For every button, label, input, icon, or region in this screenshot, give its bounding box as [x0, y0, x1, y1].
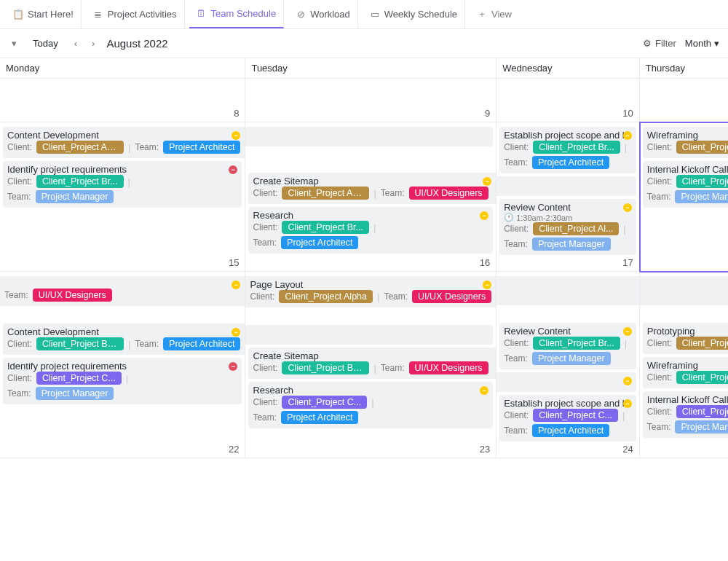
client-pill: Client_Project Br...: [282, 221, 369, 234]
expand-icon[interactable]: ▾: [9, 35, 20, 52]
event-card-continuation[interactable]: [245, 127, 493, 146]
event-card[interactable]: − Internal Kickoff Call Client:Client_Pr…: [643, 391, 728, 438]
team-label: Team:: [381, 188, 405, 198]
day-number: 16: [480, 257, 490, 268]
event-title: Content Development: [7, 326, 240, 337]
event-card[interactable]: − Review Content Client:Client_Project B…: [499, 323, 636, 369]
day-cell[interactable]: − Create Sitemap Client:Client_Project A…: [245, 122, 496, 272]
day-number: 15: [229, 257, 239, 268]
team-label: Team:: [504, 353, 528, 364]
tab-weekly-schedule[interactable]: ▭Weekly Schedule: [363, 0, 465, 28]
client-label: Client:: [250, 291, 274, 302]
team-label: Team:: [4, 290, 28, 300]
day-cell[interactable]: − Establish project scope and lin Client…: [496, 122, 640, 272]
tab-project-activities[interactable]: ≣Project Activities: [86, 0, 185, 28]
event-card-continuation[interactable]: [496, 276, 639, 305]
day-cell[interactable]: − Team:UI/UX Designers − Content Develop…: [0, 272, 245, 458]
team-label: Team:: [381, 363, 405, 373]
tab-team-schedule[interactable]: 🗓Team Schedule: [189, 0, 285, 28]
tab-label: Start Here!: [28, 9, 74, 20]
event-card[interactable]: Wireframing Client:Client_Project Alpha|…: [643, 127, 728, 158]
team-pill: Project Manager: [675, 420, 728, 434]
client-pill: Client_Project Al...: [533, 222, 619, 235]
event-card[interactable]: Prototyping Client:Client_Project Alpha|…: [643, 323, 728, 354]
team-label: Team:: [7, 192, 31, 202]
client-pill: Client_Project Bravo: [676, 371, 728, 384]
day-cell[interactable]: 8: [0, 79, 245, 122]
client-pill: Client_Project Bravo: [36, 337, 124, 350]
event-card[interactable]: − Internal Kickoff Call Client:Client_Pr…: [643, 161, 728, 208]
team-label: Team:: [504, 157, 528, 168]
month-label: August 2022: [106, 37, 167, 50]
event-card[interactable]: Create Sitemap Client:Client_Project Bra…: [248, 348, 496, 379]
prev-month-button[interactable]: ‹: [71, 35, 80, 52]
day-cell[interactable]: 11: [640, 79, 728, 122]
client-label: Client:: [647, 372, 672, 382]
event-title: Review Content: [504, 202, 632, 213]
day-cell[interactable]: − Review Content Client:Client_Project B…: [496, 272, 640, 458]
day-cell[interactable]: 10: [496, 79, 640, 122]
event-card-continuation[interactable]: [640, 276, 728, 305]
event-card-continuation[interactable]: −: [496, 372, 636, 392]
event-title: Identify project requirements: [7, 361, 237, 372]
client-label: Client:: [504, 338, 529, 348]
client-label: Client:: [7, 142, 32, 152]
event-card[interactable]: − Page Layout Client:Client_Project Alph…: [245, 276, 496, 307]
event-card[interactable]: − Content Development Client:Client_Proj…: [3, 323, 245, 355]
event-card[interactable]: − Establish project scope and lin Client…: [499, 395, 636, 442]
event-card[interactable]: − Identify project requirements Client:C…: [3, 161, 242, 208]
day-number: 8: [234, 108, 239, 119]
event-card[interactable]: − Content Development Client:Client_Proj…: [3, 127, 245, 158]
event-card[interactable]: − Identify project requirements Client:C…: [3, 358, 242, 404]
event-card[interactable]: − Research Client:Client_Project C...| T…: [248, 382, 493, 428]
today-button[interactable]: Today: [28, 35, 63, 52]
event-card[interactable]: − Create Sitemap Client:Client_Project A…: [248, 173, 496, 204]
day-cell[interactable]: − Page Layout Client:Client_Project Alph…: [245, 272, 496, 458]
next-month-button[interactable]: ›: [89, 35, 98, 52]
team-pill: Project Architect: [281, 411, 358, 424]
calendar-grid: Monday Tuesday Wednesday Thursday Friday…: [0, 58, 728, 458]
day-number: 9: [485, 108, 490, 119]
team-label: Team:: [647, 422, 671, 432]
event-title: Research: [253, 210, 488, 221]
chevron-down-icon: ▾: [714, 38, 719, 49]
client-pill: Client_Project C...: [36, 372, 122, 385]
day-cell[interactable]: 9: [245, 79, 496, 122]
clock-icon: 🕐: [504, 213, 514, 222]
day-number: 23: [480, 444, 490, 455]
day-cell[interactable]: − Content Development Client:Client_Proj…: [0, 122, 245, 272]
event-card-continuation[interactable]: [245, 325, 493, 345]
team-pill: Project Architect: [163, 141, 240, 154]
day-cell-today[interactable]: Wireframing Client:Client_Project Alpha|…: [640, 122, 728, 272]
add-view-label: View: [491, 9, 512, 20]
event-title: Identify project requirements: [7, 164, 237, 175]
client-pill: Client_Project Br...: [676, 175, 728, 188]
view-mode-dropdown[interactable]: Month▾: [685, 38, 719, 49]
tab-start-here[interactable]: 📋Start Here!: [6, 0, 82, 28]
tab-label: Project Activities: [108, 9, 177, 20]
team-label: Team:: [7, 388, 31, 399]
event-title: Internal Kickoff Call: [647, 394, 728, 405]
client-label: Client:: [253, 222, 277, 232]
day-cell[interactable]: Prototyping Client:Client_Project Alpha|…: [640, 272, 728, 458]
event-card[interactable]: − Establish project scope and lin Client…: [499, 127, 636, 173]
event-card[interactable]: − Research Client:Client_Project Br...| …: [248, 207, 493, 254]
view-tabs: 📋Start Here! ≣Project Activities 🗓Team S…: [0, 0, 728, 29]
add-view-button[interactable]: +View: [470, 0, 519, 28]
event-card-continuation[interactable]: − Team:UI/UX Designers: [0, 276, 245, 306]
event-title: Review Content: [504, 326, 632, 337]
event-title: Prototyping: [647, 326, 728, 337]
filter-button[interactable]: ⚙Filter: [643, 38, 676, 49]
status-badge: −: [623, 399, 632, 408]
status-badge: −: [623, 131, 632, 140]
day-header: Wednesday: [496, 58, 640, 79]
event-title: Wireframing: [647, 360, 728, 371]
client-pill: Client_Project Alpha: [676, 141, 728, 154]
event-card[interactable]: − Review Content 🕐1:30am-2:30am Client:C…: [499, 199, 636, 255]
client-pill: Client_Project Alpha: [676, 337, 728, 350]
event-card[interactable]: Wireframing Client:Client_Project Bravo|…: [643, 357, 728, 388]
tab-workload[interactable]: ⊘Workload: [288, 0, 358, 28]
team-pill: Project Architect: [532, 156, 609, 169]
event-card-continuation[interactable]: [496, 176, 636, 196]
tab-label: Team Schedule: [211, 8, 277, 19]
